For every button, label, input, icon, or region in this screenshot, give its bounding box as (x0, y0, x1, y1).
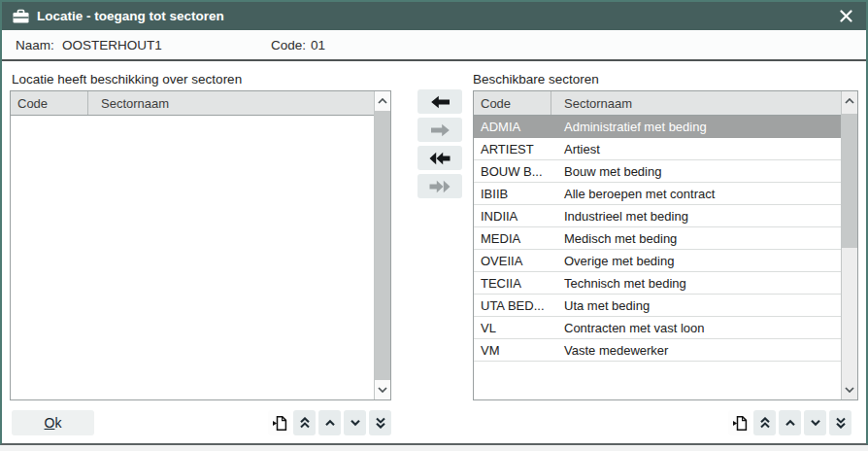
last-record-button[interactable] (829, 410, 851, 435)
available-sectors-table: Code Sectornaam ADMIA Administratief met… (473, 90, 858, 400)
row-sectornaam: Bouw met beding (551, 160, 841, 182)
row-code: UTA BED... (474, 295, 551, 316)
row-sectornaam: Contracten met vast loon (551, 317, 841, 338)
ok-button-label: Ok (45, 415, 62, 431)
table-row[interactable]: UTA BED... Uta met beding (474, 295, 841, 317)
row-code: INDIIA (474, 205, 551, 226)
table-row[interactable]: IBIIB Alle beroepen met contract (474, 183, 841, 205)
goto-record-icon (272, 415, 287, 432)
double-chevron-up-icon (759, 417, 771, 429)
table-header: Code Sectornaam (11, 91, 374, 116)
first-record-button[interactable] (293, 410, 316, 435)
goto-record-button[interactable] (268, 410, 290, 435)
row-sectornaam: Technisch met beding (551, 272, 841, 294)
table-row[interactable]: ARTIEST Artiest (474, 138, 841, 160)
code-label: Code: (271, 38, 306, 52)
double-chevron-up-icon (299, 417, 311, 429)
scroll-up-icon[interactable] (842, 91, 857, 111)
row-code: BOUW B... (474, 160, 551, 182)
table-row[interactable]: VM Vaste medewerker (474, 339, 841, 362)
close-icon[interactable] (834, 2, 857, 30)
goto-record-button[interactable] (728, 410, 751, 435)
first-record-button[interactable] (753, 410, 776, 435)
assigned-sectors-title: Locatie heeft beschikking over sectoren (12, 72, 242, 87)
screen: Locatie - toegang tot sectoren Naam: OOS… (0, 0, 868, 451)
table-body[interactable] (11, 116, 374, 399)
row-code: MEDIA (474, 227, 551, 249)
row-sectornaam: Overige met beding (551, 250, 841, 271)
table-row[interactable]: MEDIA Medisch met beding (474, 227, 841, 250)
double-chevron-down-icon (375, 417, 386, 429)
scroll-up-icon[interactable] (375, 91, 390, 111)
titlebar[interactable]: Locatie - toegang tot sectoren (2, 2, 866, 30)
assigned-sectors-table: Code Sectornaam (10, 90, 391, 400)
row-sectornaam: Industrieel met beding (551, 205, 841, 226)
goto-record-icon (732, 415, 748, 432)
scroll-down-icon[interactable] (375, 380, 390, 399)
arrow-right-icon (430, 123, 451, 137)
move-all-left-button[interactable] (417, 146, 462, 170)
table-body[interactable]: ADMIA Administratief met beding ARTIEST … (474, 116, 841, 399)
double-chevron-down-icon (835, 417, 847, 429)
row-code: TECIIA (474, 272, 551, 294)
scrollbar-thumb[interactable] (842, 114, 857, 249)
dialog-locatie-toegang-tot-sectoren: Locatie - toegang tot sectoren Naam: OOS… (0, 0, 868, 445)
code-value: 01 (311, 38, 325, 52)
table-row[interactable]: BOUW B... Bouw met beding (474, 160, 841, 183)
chevron-up-icon (785, 419, 796, 427)
row-sectornaam: Artiest (551, 138, 841, 159)
row-code: OVEIIA (474, 250, 551, 271)
table-row[interactable]: INDIIA Industrieel met beding (474, 205, 841, 227)
row-code: VM (474, 339, 551, 361)
ok-button[interactable]: Ok (12, 410, 94, 435)
row-code: IBIIB (474, 183, 551, 204)
row-code: ARTIEST (474, 138, 551, 159)
scrollbar[interactable] (374, 91, 390, 399)
table-row[interactable]: VL Contracten met vast loon (474, 317, 841, 339)
table-header: Code Sectornaam (474, 91, 841, 116)
column-header-code[interactable]: Code (474, 91, 551, 115)
available-record-nav (728, 410, 851, 435)
chevron-up-icon (324, 419, 336, 427)
previous-record-button[interactable] (779, 410, 801, 435)
move-left-button[interactable] (417, 89, 462, 114)
row-sectornaam: Administratief met beding (551, 116, 841, 137)
table-row[interactable]: TECIIA Technisch met beding (474, 272, 841, 295)
move-all-right-button[interactable] (417, 174, 462, 198)
scrollbar[interactable] (841, 91, 857, 399)
row-code: ADMIA (474, 116, 551, 137)
table-row[interactable]: OVEIIA Overige met beding (474, 250, 841, 272)
naam-value: OOSTERHOUT1 (62, 38, 162, 52)
scrollbar-track[interactable] (375, 111, 390, 380)
next-record-button[interactable] (804, 410, 826, 435)
next-record-button[interactable] (344, 410, 366, 435)
row-sectornaam: Alle beroepen met contract (551, 183, 841, 204)
record-header: Naam: OOSTERHOUT1 Code: 01 (2, 30, 866, 61)
briefcase-icon (12, 9, 30, 24)
scroll-down-icon[interactable] (842, 380, 857, 399)
row-sectornaam: Uta met beding (551, 295, 841, 316)
double-arrow-left-icon (429, 152, 451, 165)
double-arrow-right-icon (429, 180, 451, 193)
row-code: VL (474, 317, 551, 338)
column-header-code[interactable]: Code (11, 91, 88, 115)
previous-record-button[interactable] (318, 410, 341, 435)
scrollbar-track[interactable] (842, 111, 857, 380)
scrollbar-thumb[interactable] (375, 111, 390, 380)
naam-label: Naam: (16, 38, 54, 52)
last-record-button[interactable] (369, 410, 391, 435)
move-right-button[interactable] (417, 118, 462, 142)
column-header-sectornaam[interactable]: Sectornaam (551, 91, 841, 115)
available-sectors-title: Beschikbare sectoren (473, 72, 599, 87)
arrow-left-icon (430, 95, 451, 109)
table-row[interactable]: ADMIA Administratief met beding (474, 116, 841, 138)
column-header-sectornaam[interactable]: Sectornaam (88, 91, 374, 115)
chevron-down-icon (810, 419, 821, 427)
window-title: Locatie - toegang tot sectoren (37, 9, 224, 23)
row-sectornaam: Medisch met beding (551, 227, 841, 249)
assigned-record-nav (268, 410, 391, 435)
row-sectornaam: Vaste medewerker (551, 339, 841, 361)
chevron-down-icon (350, 419, 361, 427)
